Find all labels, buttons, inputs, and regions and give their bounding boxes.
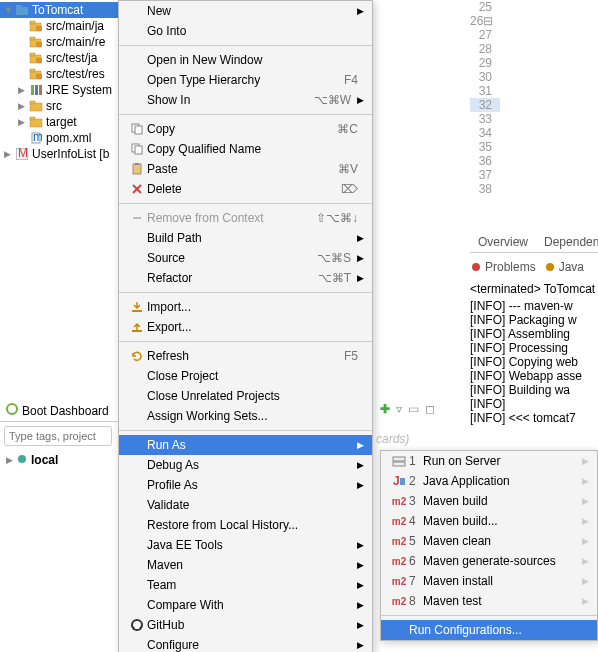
editor-line[interactable]: 32 <box>470 98 598 112</box>
package-icon <box>28 35 44 49</box>
editor-line[interactable]: 33 <box>470 112 598 126</box>
svg-point-41 <box>7 404 17 414</box>
minimize-icon[interactable]: ▭ <box>408 402 419 416</box>
tree-item[interactable]: src/main/re <box>0 34 118 50</box>
submenu-run-configurations[interactable]: Run Configurations... <box>381 620 597 640</box>
menu-separator <box>381 615 597 616</box>
submenu-item-maven-generate-sources[interactable]: m26Maven generate-sources▶ <box>381 551 597 571</box>
tree-item-outside[interactable]: ▶ M UserInfoList [b <box>0 146 118 162</box>
editor-line[interactable]: 38 <box>470 182 598 196</box>
editor-line[interactable]: 26⊟ <box>470 14 598 28</box>
view-toolbar: ✚ ▿ ▭ ◻ <box>380 402 435 416</box>
menu-item-close-unrelated-projects[interactable]: Close Unrelated Projects <box>119 386 372 406</box>
boot-dashboard: Boot Dashboard ▶ local <box>0 400 118 470</box>
editor-line[interactable]: 29 <box>470 56 598 70</box>
panel-tab-problems[interactable]: Problems <box>470 260 536 274</box>
menu-item-configure[interactable]: Configure▶ <box>119 635 372 652</box>
menu-item-new[interactable]: New▶ <box>119 1 372 21</box>
editor-line[interactable]: 27 <box>470 28 598 42</box>
menu-item-open-type-hierarchy[interactable]: Open Type HierarchyF4 <box>119 70 372 90</box>
code-editor[interactable]: 2526⊟27282930313233 34 35 36 37 38 <box>470 0 598 230</box>
maximize-icon[interactable]: ◻ <box>425 402 435 416</box>
boot-filter-input[interactable] <box>4 426 112 446</box>
menu-item-close-project[interactable]: Close Project <box>119 366 372 386</box>
editor-line[interactable]: 30 <box>470 70 598 84</box>
tree-item[interactable]: src/main/ja <box>0 18 118 34</box>
boot-local-item[interactable]: ▶ local <box>0 450 118 470</box>
menu-item-restore-from-local-history-[interactable]: Restore from Local History... <box>119 515 372 535</box>
tree-label: src/main/ja <box>46 19 104 33</box>
menu-item-delete[interactable]: Delete⌦ <box>119 179 372 199</box>
tree-project-root[interactable]: ▼ ToTomcat <box>0 2 118 18</box>
editor-line[interactable]: 31 <box>470 84 598 98</box>
menu-item-go-into[interactable]: Go Into <box>119 21 372 41</box>
console-line: [INFO] Copying web <box>470 355 598 369</box>
chevron-icon: ▶ <box>18 85 28 95</box>
submenu-item-maven-install[interactable]: m27Maven install▶ <box>381 571 597 591</box>
menu-item-paste[interactable]: Paste⌘V <box>119 159 372 179</box>
menu-item-debug-as[interactable]: Debug As▶ <box>119 455 372 475</box>
menu-item-source[interactable]: Source⌥⌘S▶ <box>119 248 372 268</box>
submenu-label: Run Configurations... <box>409 623 589 637</box>
tree-item[interactable]: ▶target <box>0 114 118 130</box>
submenu-item-run-on-server[interactable]: 1Run on Server▶ <box>381 451 597 471</box>
export-icon <box>127 320 147 334</box>
menu-item-show-in[interactable]: Show In⌥⌘W▶ <box>119 90 372 110</box>
panel-tabs: ProblemsJava <box>470 260 584 274</box>
editor-line[interactable]: 25 <box>470 0 598 14</box>
menu-item-refactor[interactable]: Refactor⌥⌘T▶ <box>119 268 372 288</box>
tree-item[interactable]: ▶src <box>0 98 118 114</box>
add-icon[interactable]: ✚ <box>380 402 390 416</box>
menu-item-compare-with[interactable]: Compare With▶ <box>119 595 372 615</box>
menu-item-java-ee-tools[interactable]: Java EE Tools▶ <box>119 535 372 555</box>
boot-header: Boot Dashboard <box>0 400 118 422</box>
accelerator: 6 <box>409 554 423 568</box>
m2-icon: m2 <box>389 596 409 607</box>
menu-item-refresh[interactable]: RefreshF5 <box>119 346 372 366</box>
menu-item-export-[interactable]: Export... <box>119 317 372 337</box>
submenu-item-java-application[interactable]: J2Java Application▶ <box>381 471 597 491</box>
menu-item-team[interactable]: Team▶ <box>119 575 372 595</box>
tab-dependenc[interactable]: Dependenc <box>536 232 598 252</box>
tree-item[interactable]: src/test/res <box>0 66 118 82</box>
menu-item-profile-as[interactable]: Profile As▶ <box>119 475 372 495</box>
editor-line[interactable]: 37 <box>470 168 598 182</box>
shortcut: F5 <box>344 349 358 363</box>
tree-item[interactable]: mpom.xml <box>0 130 118 146</box>
menu-item-import-[interactable]: Import... <box>119 297 372 317</box>
panel-tab-java[interactable]: Java <box>544 260 584 274</box>
tab-overview[interactable]: Overview <box>470 232 536 252</box>
menu-item-github[interactable]: GitHub▶ <box>119 615 372 635</box>
editor-line[interactable]: 35 <box>470 140 598 154</box>
menu-label: Run As <box>147 438 357 452</box>
submenu-item-maven-test[interactable]: m28Maven test▶ <box>381 591 597 611</box>
menu-item-build-path[interactable]: Build Path▶ <box>119 228 372 248</box>
editor-line[interactable]: 28 <box>470 42 598 56</box>
svg-rect-13 <box>36 74 42 79</box>
submenu-item-maven-build[interactable]: m23Maven build▶ <box>381 491 597 511</box>
tab-icon <box>544 261 556 273</box>
submenu-label: Java Application <box>423 474 582 488</box>
console-line: [INFO] --- maven-w <box>470 299 598 313</box>
submenu-item-maven-build-[interactable]: m24Maven build...▶ <box>381 511 597 531</box>
editor-line[interactable]: 34 <box>470 126 598 140</box>
svg-rect-9 <box>30 53 35 56</box>
menu-item-assign-working-sets-[interactable]: Assign Working Sets... <box>119 406 372 426</box>
menu-item-open-in-new-window[interactable]: Open in New Window <box>119 50 372 70</box>
boot-icon <box>6 403 18 418</box>
tree-item[interactable]: src/test/ja <box>0 50 118 66</box>
submenu-item-maven-clean[interactable]: m25Maven clean▶ <box>381 531 597 551</box>
submenu-arrow-icon: ▶ <box>357 600 364 610</box>
menu-item-run-as[interactable]: Run As▶ <box>119 435 372 455</box>
menu-item-maven[interactable]: Maven▶ <box>119 555 372 575</box>
editor-line[interactable]: 36 <box>470 154 598 168</box>
m2-icon: m2 <box>389 536 409 547</box>
menu-label: Close Project <box>147 369 364 383</box>
menu-item-copy[interactable]: Copy⌘C <box>119 119 372 139</box>
menu-label: Restore from Local History... <box>147 518 364 532</box>
menu-item-copy-qualified-name[interactable]: Copy Qualified Name <box>119 139 372 159</box>
tree-item[interactable]: ▶JRE System <box>0 82 118 98</box>
menu-dropdown-icon[interactable]: ▿ <box>396 402 402 416</box>
menu-item-validate[interactable]: Validate <box>119 495 372 515</box>
submenu-arrow-icon: ▶ <box>582 556 589 566</box>
